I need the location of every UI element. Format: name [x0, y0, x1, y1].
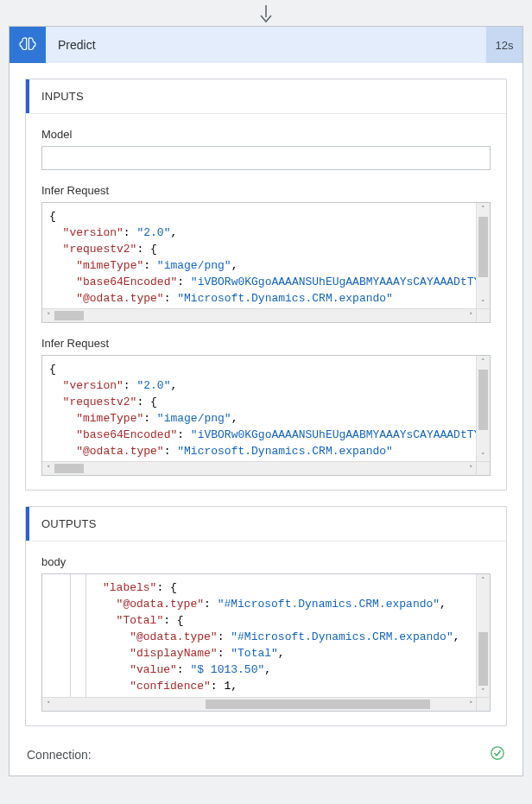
scroll-left-icon[interactable]: ˂	[42, 312, 54, 320]
scroll-right-icon[interactable]: ˃	[465, 700, 477, 709]
scroll-right-icon[interactable]: ˃	[465, 465, 477, 473]
scroll-thumb[interactable]	[478, 370, 488, 430]
scroll-up-icon[interactable]: ˄	[481, 356, 485, 368]
scroll-up-icon[interactable]: ˄	[481, 574, 485, 586]
connection-row: Connection:	[25, 742, 507, 763]
scroll-thumb[interactable]	[478, 217, 488, 277]
scrollbar-horizontal[interactable]: ˂ ˃	[42, 697, 477, 711]
scroll-thumb[interactable]	[54, 311, 84, 320]
connection-label: Connection:	[27, 748, 92, 762]
infer-request-1-box[interactable]: { "version": "2.0", "requestv2": { "mime…	[41, 202, 491, 323]
model-label: Model	[41, 128, 491, 141]
scroll-down-icon[interactable]: ˅	[481, 297, 485, 309]
scrollbar-corner	[476, 697, 490, 711]
infer-request-2-label: Infer Request	[41, 337, 491, 350]
model-field: Model	[41, 128, 491, 170]
scrollbar-vertical[interactable]: ˄ ˅	[476, 203, 490, 309]
scroll-up-icon[interactable]: ˄	[481, 203, 485, 215]
outputs-section: OUTPUTS body "labels": { "@odata.type": …	[25, 506, 507, 726]
card-header[interactable]: Predict 12s	[10, 27, 522, 63]
scroll-thumb[interactable]	[478, 632, 488, 686]
card-title: Predict	[46, 27, 486, 63]
model-input[interactable]	[41, 146, 491, 170]
scrollbar-vertical[interactable]: ˄ ˅	[476, 356, 490, 462]
scrollbar-vertical[interactable]: ˄ ˅	[476, 574, 490, 698]
scrollbar-horizontal[interactable]: ˂ ˃	[42, 461, 477, 475]
gutter-line	[86, 574, 86, 698]
scroll-left-icon[interactable]: ˂	[42, 700, 54, 709]
brain-icon	[10, 27, 46, 63]
infer-request-2: Infer Request { "version": "2.0", "reque…	[41, 337, 491, 476]
scroll-down-icon[interactable]: ˅	[481, 450, 485, 462]
infer-request-2-box[interactable]: { "version": "2.0", "requestv2": { "mime…	[41, 355, 491, 476]
scrollbar-horizontal[interactable]: ˂ ˃	[42, 308, 477, 322]
outputs-heading: OUTPUTS	[26, 507, 506, 541]
scrollbar-corner	[476, 461, 490, 475]
predict-card: Predict 12s INPUTS Model Infer Request {…	[9, 26, 523, 776]
scroll-right-icon[interactable]: ˃	[465, 312, 477, 320]
scroll-thumb[interactable]	[54, 464, 84, 473]
flow-arrow	[9, 0, 523, 26]
infer-request-1: Infer Request { "version": "2.0", "reque…	[41, 184, 491, 323]
check-icon	[490, 745, 505, 763]
infer-request-1-label: Infer Request	[41, 184, 491, 197]
scrollbar-corner	[476, 308, 490, 322]
svg-point-1	[491, 747, 504, 759]
card-duration: 12s	[486, 27, 522, 63]
inputs-section: INPUTS Model Infer Request { "version": …	[25, 79, 507, 491]
scroll-thumb[interactable]	[206, 700, 430, 709]
body-label: body	[41, 555, 491, 568]
gutter-line	[70, 574, 71, 698]
body-field: body "labels": { "@odata.type": "#Micros…	[41, 555, 491, 712]
scroll-down-icon[interactable]: ˅	[481, 686, 485, 698]
scroll-left-icon[interactable]: ˂	[42, 465, 54, 473]
inputs-heading: INPUTS	[26, 79, 506, 113]
body-box[interactable]: "labels": { "@odata.type": "#Microsoft.D…	[41, 573, 491, 712]
